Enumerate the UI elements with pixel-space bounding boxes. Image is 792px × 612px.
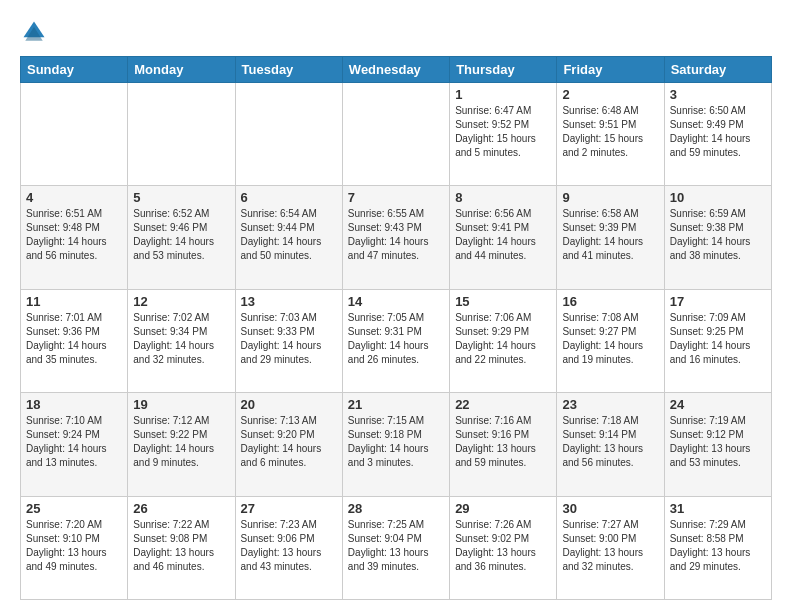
day-number: 14 xyxy=(348,294,444,309)
calendar-cell: 17Sunrise: 7:09 AM Sunset: 9:25 PM Dayli… xyxy=(664,289,771,392)
weekday-header-friday: Friday xyxy=(557,57,664,83)
day-info: Sunrise: 7:23 AM Sunset: 9:06 PM Dayligh… xyxy=(241,518,337,574)
calendar-cell: 15Sunrise: 7:06 AM Sunset: 9:29 PM Dayli… xyxy=(450,289,557,392)
calendar-cell: 28Sunrise: 7:25 AM Sunset: 9:04 PM Dayli… xyxy=(342,496,449,599)
weekday-header-tuesday: Tuesday xyxy=(235,57,342,83)
calendar-cell: 9Sunrise: 6:58 AM Sunset: 9:39 PM Daylig… xyxy=(557,186,664,289)
calendar-cell: 22Sunrise: 7:16 AM Sunset: 9:16 PM Dayli… xyxy=(450,393,557,496)
weekday-header-sunday: Sunday xyxy=(21,57,128,83)
day-info: Sunrise: 7:08 AM Sunset: 9:27 PM Dayligh… xyxy=(562,311,658,367)
day-info: Sunrise: 7:06 AM Sunset: 9:29 PM Dayligh… xyxy=(455,311,551,367)
day-info: Sunrise: 7:12 AM Sunset: 9:22 PM Dayligh… xyxy=(133,414,229,470)
day-info: Sunrise: 6:50 AM Sunset: 9:49 PM Dayligh… xyxy=(670,104,766,160)
day-number: 20 xyxy=(241,397,337,412)
day-info: Sunrise: 7:05 AM Sunset: 9:31 PM Dayligh… xyxy=(348,311,444,367)
day-number: 13 xyxy=(241,294,337,309)
day-number: 30 xyxy=(562,501,658,516)
calendar-cell: 2Sunrise: 6:48 AM Sunset: 9:51 PM Daylig… xyxy=(557,83,664,186)
day-number: 11 xyxy=(26,294,122,309)
logo-icon xyxy=(20,18,48,46)
calendar-cell: 13Sunrise: 7:03 AM Sunset: 9:33 PM Dayli… xyxy=(235,289,342,392)
day-info: Sunrise: 7:15 AM Sunset: 9:18 PM Dayligh… xyxy=(348,414,444,470)
weekday-header-thursday: Thursday xyxy=(450,57,557,83)
day-info: Sunrise: 7:20 AM Sunset: 9:10 PM Dayligh… xyxy=(26,518,122,574)
day-info: Sunrise: 7:29 AM Sunset: 8:58 PM Dayligh… xyxy=(670,518,766,574)
day-info: Sunrise: 7:16 AM Sunset: 9:16 PM Dayligh… xyxy=(455,414,551,470)
day-number: 28 xyxy=(348,501,444,516)
day-number: 4 xyxy=(26,190,122,205)
day-number: 24 xyxy=(670,397,766,412)
day-info: Sunrise: 6:55 AM Sunset: 9:43 PM Dayligh… xyxy=(348,207,444,263)
day-number: 21 xyxy=(348,397,444,412)
calendar-cell: 5Sunrise: 6:52 AM Sunset: 9:46 PM Daylig… xyxy=(128,186,235,289)
day-number: 5 xyxy=(133,190,229,205)
day-number: 26 xyxy=(133,501,229,516)
calendar-cell: 10Sunrise: 6:59 AM Sunset: 9:38 PM Dayli… xyxy=(664,186,771,289)
day-number: 18 xyxy=(26,397,122,412)
day-info: Sunrise: 7:22 AM Sunset: 9:08 PM Dayligh… xyxy=(133,518,229,574)
calendar-cell: 12Sunrise: 7:02 AM Sunset: 9:34 PM Dayli… xyxy=(128,289,235,392)
week-row-3: 11Sunrise: 7:01 AM Sunset: 9:36 PM Dayli… xyxy=(21,289,772,392)
day-number: 22 xyxy=(455,397,551,412)
week-row-1: 1Sunrise: 6:47 AM Sunset: 9:52 PM Daylig… xyxy=(21,83,772,186)
day-number: 3 xyxy=(670,87,766,102)
weekday-header-row: SundayMondayTuesdayWednesdayThursdayFrid… xyxy=(21,57,772,83)
day-info: Sunrise: 7:10 AM Sunset: 9:24 PM Dayligh… xyxy=(26,414,122,470)
day-info: Sunrise: 7:18 AM Sunset: 9:14 PM Dayligh… xyxy=(562,414,658,470)
day-number: 27 xyxy=(241,501,337,516)
day-number: 16 xyxy=(562,294,658,309)
day-number: 12 xyxy=(133,294,229,309)
day-number: 9 xyxy=(562,190,658,205)
header xyxy=(20,18,772,46)
day-number: 1 xyxy=(455,87,551,102)
day-info: Sunrise: 7:27 AM Sunset: 9:00 PM Dayligh… xyxy=(562,518,658,574)
week-row-4: 18Sunrise: 7:10 AM Sunset: 9:24 PM Dayli… xyxy=(21,393,772,496)
day-number: 6 xyxy=(241,190,337,205)
calendar-cell xyxy=(235,83,342,186)
weekday-header-wednesday: Wednesday xyxy=(342,57,449,83)
calendar-cell: 31Sunrise: 7:29 AM Sunset: 8:58 PM Dayli… xyxy=(664,496,771,599)
calendar-table: SundayMondayTuesdayWednesdayThursdayFrid… xyxy=(20,56,772,600)
day-info: Sunrise: 7:09 AM Sunset: 9:25 PM Dayligh… xyxy=(670,311,766,367)
day-number: 25 xyxy=(26,501,122,516)
calendar-cell: 18Sunrise: 7:10 AM Sunset: 9:24 PM Dayli… xyxy=(21,393,128,496)
calendar-cell: 14Sunrise: 7:05 AM Sunset: 9:31 PM Dayli… xyxy=(342,289,449,392)
week-row-2: 4Sunrise: 6:51 AM Sunset: 9:48 PM Daylig… xyxy=(21,186,772,289)
weekday-header-monday: Monday xyxy=(128,57,235,83)
calendar-cell: 29Sunrise: 7:26 AM Sunset: 9:02 PM Dayli… xyxy=(450,496,557,599)
calendar-cell: 25Sunrise: 7:20 AM Sunset: 9:10 PM Dayli… xyxy=(21,496,128,599)
calendar-cell: 20Sunrise: 7:13 AM Sunset: 9:20 PM Dayli… xyxy=(235,393,342,496)
calendar-cell: 11Sunrise: 7:01 AM Sunset: 9:36 PM Dayli… xyxy=(21,289,128,392)
day-number: 7 xyxy=(348,190,444,205)
week-row-5: 25Sunrise: 7:20 AM Sunset: 9:10 PM Dayli… xyxy=(21,496,772,599)
day-number: 2 xyxy=(562,87,658,102)
calendar-cell: 4Sunrise: 6:51 AM Sunset: 9:48 PM Daylig… xyxy=(21,186,128,289)
day-number: 29 xyxy=(455,501,551,516)
calendar-cell: 1Sunrise: 6:47 AM Sunset: 9:52 PM Daylig… xyxy=(450,83,557,186)
day-info: Sunrise: 6:48 AM Sunset: 9:51 PM Dayligh… xyxy=(562,104,658,160)
day-number: 8 xyxy=(455,190,551,205)
day-number: 19 xyxy=(133,397,229,412)
day-info: Sunrise: 6:52 AM Sunset: 9:46 PM Dayligh… xyxy=(133,207,229,263)
weekday-header-saturday: Saturday xyxy=(664,57,771,83)
day-number: 15 xyxy=(455,294,551,309)
calendar-cell: 16Sunrise: 7:08 AM Sunset: 9:27 PM Dayli… xyxy=(557,289,664,392)
day-info: Sunrise: 6:58 AM Sunset: 9:39 PM Dayligh… xyxy=(562,207,658,263)
calendar-cell xyxy=(21,83,128,186)
day-info: Sunrise: 7:26 AM Sunset: 9:02 PM Dayligh… xyxy=(455,518,551,574)
calendar-cell xyxy=(342,83,449,186)
calendar-cell: 21Sunrise: 7:15 AM Sunset: 9:18 PM Dayli… xyxy=(342,393,449,496)
calendar-cell: 26Sunrise: 7:22 AM Sunset: 9:08 PM Dayli… xyxy=(128,496,235,599)
day-info: Sunrise: 7:19 AM Sunset: 9:12 PM Dayligh… xyxy=(670,414,766,470)
day-info: Sunrise: 7:25 AM Sunset: 9:04 PM Dayligh… xyxy=(348,518,444,574)
day-number: 23 xyxy=(562,397,658,412)
day-info: Sunrise: 7:01 AM Sunset: 9:36 PM Dayligh… xyxy=(26,311,122,367)
day-info: Sunrise: 6:47 AM Sunset: 9:52 PM Dayligh… xyxy=(455,104,551,160)
calendar-cell xyxy=(128,83,235,186)
calendar-cell: 3Sunrise: 6:50 AM Sunset: 9:49 PM Daylig… xyxy=(664,83,771,186)
day-info: Sunrise: 7:03 AM Sunset: 9:33 PM Dayligh… xyxy=(241,311,337,367)
calendar-cell: 27Sunrise: 7:23 AM Sunset: 9:06 PM Dayli… xyxy=(235,496,342,599)
day-number: 10 xyxy=(670,190,766,205)
day-number: 31 xyxy=(670,501,766,516)
day-info: Sunrise: 6:56 AM Sunset: 9:41 PM Dayligh… xyxy=(455,207,551,263)
